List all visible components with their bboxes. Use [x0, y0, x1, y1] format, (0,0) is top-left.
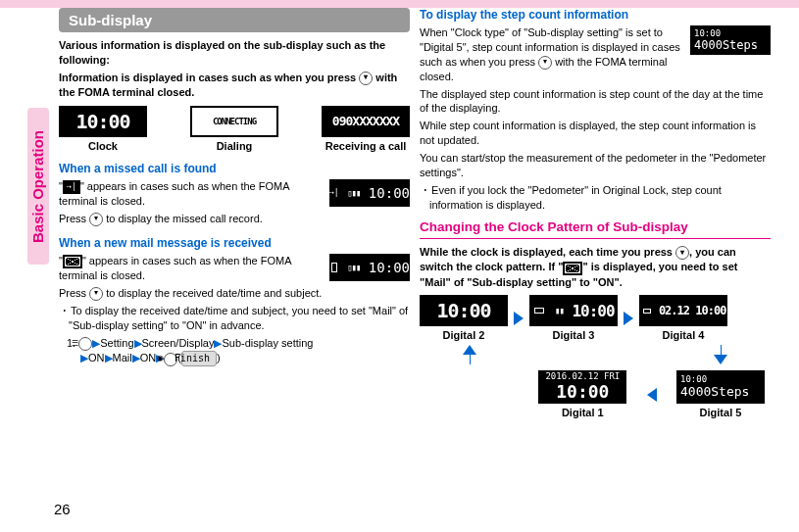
- d3-time: 10:00: [572, 302, 614, 320]
- page-number: 26: [54, 501, 71, 517]
- side-tab-label: Basic Operation: [30, 129, 47, 242]
- sc-p4: You can start/stop the measurement of th…: [420, 151, 771, 180]
- arrow-left-icon: [647, 388, 657, 402]
- arrow-down-icon: [714, 355, 727, 364]
- arrow-up-icon: [463, 345, 476, 355]
- vertical-arrows-row: [429, 345, 761, 364]
- receiving-cell: 090XXXXXXX Receiving a call: [322, 106, 410, 152]
- missed-call-heading: When a missed call is found: [59, 162, 410, 175]
- step-d: Mail: [113, 352, 132, 363]
- mail-lcd-time: 10:00: [369, 260, 410, 275]
- arrow-right-icon: [514, 312, 524, 325]
- content-columns: Sub-display Various information is displ…: [0, 8, 799, 418]
- side-key-icon: ▾: [359, 72, 373, 85]
- clock-lcd: 10:00: [59, 106, 147, 137]
- mail-icon: [63, 255, 82, 268]
- sc-p3: While step count information is displaye…: [420, 119, 771, 148]
- down-arrow-right: [714, 345, 727, 364]
- stepcount-lcd-steps: 4000Steps: [694, 38, 758, 52]
- intro-line-2: Information is displayed in cases such a…: [59, 71, 410, 100]
- side-key-icon-5: ▾: [675, 246, 689, 260]
- cp-a: While the clock is displayed, each time …: [420, 246, 675, 258]
- finish-button-label: Finish: [181, 351, 217, 366]
- pattern-top-row: 10:00 Digital 2 ▮▮ 10:00 Digital 3 02.12…: [420, 295, 771, 341]
- dialing-lcd: CONNECTING: [190, 106, 278, 137]
- missed-lcd: ⇢| ▯▮▮ 10:00: [329, 179, 410, 207]
- clock-pattern-heading: Changing the Clock Pattern of Sub-displa…: [420, 219, 771, 234]
- digital3-cell: ▮▮ 10:00 Digital 3: [529, 295, 618, 341]
- magenta-rule: [420, 238, 771, 239]
- intro2a: Information is displayed in cases such a…: [59, 72, 359, 83]
- signal-bars-icon-2: ▯▮▮: [347, 263, 360, 272]
- receiving-lcd: 090XXXXXXX: [322, 106, 410, 137]
- sc-bullet: ･ Even if you lock the "Pedometer" in Or…: [420, 183, 771, 213]
- section-title: Sub-display: [59, 8, 410, 32]
- missed-p2b: to display the missed call record.: [103, 213, 263, 224]
- d1-date: 2016.02.12 FRI: [545, 372, 620, 381]
- missed-call-icon: ⇢|: [63, 180, 80, 194]
- mail-lcd-wrap: ▯▮▮ 10:00: [329, 254, 410, 281]
- sc-p2: The displayed step count information is …: [420, 87, 771, 117]
- mail-bullet-text: To display the received date/time and su…: [69, 305, 408, 331]
- missed-p1b: " appears in cases such as when the FOMA…: [59, 180, 289, 207]
- digital4-label: Digital 4: [639, 329, 727, 341]
- dialing-cell: CONNECTING Dialing: [190, 106, 278, 152]
- mail-icon-2: [563, 262, 582, 275]
- d5-time: 10:00: [680, 375, 707, 384]
- stepcount-lcd: 10:00 4000Steps: [690, 25, 771, 55]
- digital1-lcd: 2016.02.12 FRI 10:00: [538, 370, 626, 404]
- top-accent-bar: [0, 0, 799, 8]
- mail-p2b: to display the received date/time and su…: [103, 287, 322, 299]
- arrow-right-icon-2: [624, 312, 633, 325]
- right-column: To display the step count information 10…: [420, 8, 771, 418]
- digital1-cell: 2016.02.12 FRI 10:00 Digital 1: [538, 370, 626, 418]
- digital5-label: Digital 5: [676, 407, 765, 418]
- missed-call-lcd-icon: ⇢|: [329, 186, 339, 200]
- mail-p2: Press ▾ to display the received date/tim…: [59, 286, 410, 301]
- arrow-icon-6: ▶: [132, 352, 140, 363]
- arrow-icon-5: ▶: [105, 352, 113, 363]
- mail-lcd-icon: [329, 261, 339, 274]
- mail-p2a: Press: [59, 287, 89, 299]
- digital4-cell: 02.12 10:00 Digital 4: [639, 295, 727, 341]
- side-key-icon-2: ▾: [89, 213, 103, 226]
- digital3-label: Digital 3: [529, 329, 618, 341]
- mail-bullet: ･ To display the received date/time and …: [59, 304, 410, 333]
- mail-heading: When a new mail message is received: [59, 236, 410, 250]
- left-column: Sub-display Various information is displ…: [59, 8, 410, 418]
- missed-p2a: Press: [59, 213, 89, 224]
- signal-bars-icon: ▯▮▮: [347, 188, 360, 198]
- d3-mail-icon: [532, 306, 546, 315]
- sample-displays-row: 10:00 Clock CONNECTING Dialing 090XXXXXX…: [59, 106, 410, 152]
- digital5-cell: 10:00 4000Steps Digital 5: [676, 370, 765, 418]
- pattern-bottom-row: 2016.02.12 FRI 10:00 Digital 1 10:00 400…: [420, 370, 771, 418]
- side-key-icon-4: ▾: [538, 56, 552, 70]
- digital2-lcd: 10:00: [420, 295, 508, 326]
- side-key-icon-3: ▾: [89, 287, 103, 301]
- d4-date: 02.12: [659, 304, 689, 317]
- missed-p2: Press ▾ to display the missed call recor…: [59, 212, 410, 226]
- sc-bullet-text: Even if you lock the "Pedometer" in Orig…: [429, 184, 722, 211]
- step-e: ON: [140, 352, 157, 363]
- mail-p1b: " appears in cases such as when the FOMA…: [59, 255, 291, 281]
- stepcount-lcd-time: 10:00: [694, 29, 721, 38]
- arrow-icon-2: ▶: [134, 337, 142, 349]
- d4-time: 10:00: [695, 304, 725, 317]
- step-b: Sub-display setting: [222, 337, 313, 349]
- digital2-label: Digital 2: [420, 329, 508, 341]
- step-a: Screen/Display: [142, 337, 215, 349]
- d5-steps: 4000Steps: [680, 384, 749, 399]
- arrow-line-2: [721, 345, 722, 355]
- mail-lcd: ▯▮▮ 10:00: [329, 254, 410, 281]
- digital2-cell: 10:00 Digital 2: [420, 295, 508, 341]
- intro-line-1: Various information is displayed on the …: [59, 38, 410, 68]
- digital3-lcd: ▮▮ 10:00: [529, 295, 618, 326]
- side-tab: Basic Operation: [27, 108, 49, 265]
- step-menu: Setting: [100, 337, 133, 349]
- missed-lcd-wrap: ⇢| ▯▮▮ 10:00: [329, 179, 410, 207]
- d1-time: 10:00: [556, 381, 609, 402]
- clock-cell: 10:00 Clock: [59, 106, 147, 152]
- digital5-lcd: 10:00 4000Steps: [676, 370, 765, 404]
- mail-step: 1. ☰▶Setting▶Screen/Display▶Sub-display …: [59, 336, 410, 366]
- dialing-label: Dialing: [190, 140, 278, 152]
